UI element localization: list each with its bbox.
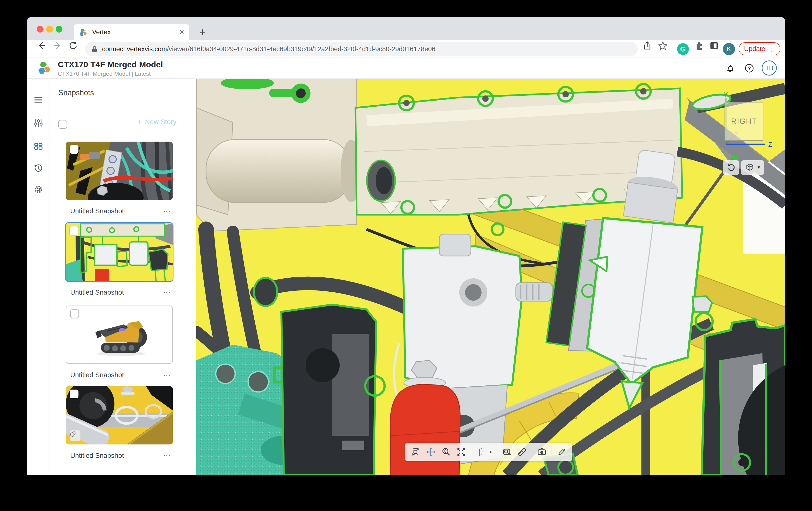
- snapshot-checkbox[interactable]: [70, 145, 79, 154]
- user-avatar[interactable]: TB: [762, 60, 777, 76]
- snapshots-panel: Snapshots + New Story: [50, 79, 196, 475]
- menu-icon[interactable]: [33, 95, 43, 105]
- snapshot-card[interactable]: Untitled Snapshot ⋯: [66, 142, 180, 215]
- measure-tape-tool-icon[interactable]: [501, 446, 512, 457]
- settings-gear-icon[interactable]: [33, 185, 43, 194]
- scene-view-badge: [70, 430, 80, 441]
- browser-toolbar: connect.vertexvis.com/viewer/616f0a34-00…: [27, 40, 785, 58]
- snapshot-title: Untitled Snapshot: [66, 289, 163, 296]
- lock-icon: [91, 45, 98, 53]
- close-tab-icon[interactable]: ✕: [179, 28, 184, 36]
- side-panel-icon[interactable]: [709, 40, 719, 51]
- snapshot-title: Untitled Snapshot: [66, 371, 163, 379]
- back-icon[interactable]: [36, 40, 47, 51]
- snapshot-thumbnail[interactable]: [66, 305, 173, 364]
- view-cube-face[interactable]: RIGHT: [725, 102, 763, 141]
- snapshot-title: Untitled Snapshot: [66, 452, 163, 459]
- rotate-ccw-icon: [726, 163, 736, 173]
- svg-text:?: ?: [748, 65, 751, 71]
- plus-icon: +: [137, 117, 142, 126]
- left-nav-rail: [27, 79, 50, 475]
- markup-pencil-icon[interactable]: [556, 446, 567, 457]
- close-window-button[interactable]: [37, 26, 44, 33]
- cube-icon: [745, 162, 755, 173]
- new-tab-button[interactable]: +: [195, 24, 210, 40]
- snapshot-card[interactable]: Untitled Snapshot ⋯: [66, 305, 180, 379]
- snapshot-card[interactable]: Untitled Snapshot ⋯: [66, 386, 180, 460]
- grammarly-extension-icon[interactable]: G: [677, 43, 689, 55]
- vertex-logo: [36, 60, 52, 76]
- more-options-icon[interactable]: ⋯: [163, 207, 173, 215]
- section-plane-tool-icon[interactable]: [475, 446, 486, 457]
- history-icon[interactable]: [33, 163, 43, 173]
- select-all-checkbox[interactable]: [58, 120, 67, 129]
- address-bar[interactable]: connect.vertexvis.com/viewer/616f0a34-00…: [85, 42, 638, 56]
- more-options-icon[interactable]: ⋯: [163, 288, 173, 297]
- toolbar-divider: [471, 447, 471, 457]
- snapshot-title: Untitled Snapshot: [66, 207, 163, 215]
- share-icon[interactable]: [642, 40, 652, 51]
- model-viewport[interactable]: Y Z X RIGHT ▼: [196, 79, 785, 475]
- axis-z-label: Z: [768, 141, 772, 148]
- extensions-puzzle-icon[interactable]: [694, 40, 704, 51]
- toolbar-divider: [552, 447, 552, 457]
- snapshot-checkbox[interactable]: [70, 309, 79, 318]
- vertex-favicon: [79, 28, 87, 36]
- engine-front-assembly[interactable]: [196, 79, 362, 231]
- viewer-toolbar: ▲: [405, 443, 572, 461]
- update-label: Update: [744, 45, 765, 53]
- snapshots-grid-icon[interactable]: [33, 141, 43, 151]
- browser-tab[interactable]: Vertex ✕: [74, 24, 189, 40]
- chrome-update-button[interactable]: Update ⋮: [738, 42, 780, 55]
- sectioned-housing[interactable]: [274, 305, 376, 475]
- help-icon[interactable]: ?: [744, 63, 755, 74]
- ruler-tool-icon[interactable]: [517, 446, 527, 457]
- tab-strip: Vertex ✕ +: [27, 17, 785, 40]
- view-cube-menu-button[interactable]: ▼: [741, 160, 764, 175]
- snapshot-checkbox[interactable]: [70, 390, 79, 398]
- toolbar-divider: [497, 447, 497, 457]
- url-domain: connect.vertexvis.com: [102, 46, 167, 53]
- fit-to-view-icon[interactable]: [456, 446, 466, 457]
- new-story-label: New Story: [145, 118, 176, 126]
- 3d-model-render[interactable]: [196, 79, 785, 475]
- reload-icon[interactable]: [68, 40, 79, 51]
- bookmark-star-icon[interactable]: [658, 40, 668, 51]
- more-options-icon[interactable]: ⋯: [163, 371, 173, 379]
- flywheel-housing-part[interactable]: [702, 319, 785, 475]
- tab-title: Vertex: [92, 28, 179, 36]
- page-title: CTX170 T4F Merged Model: [58, 60, 163, 69]
- section-dropdown-icon[interactable]: ▲: [489, 450, 493, 454]
- snapshot-card-selected[interactable]: Untitled Snapshot ⋯: [66, 223, 180, 297]
- snapshot-checkbox[interactable]: [70, 227, 79, 235]
- browser-profile-avatar[interactable]: K: [723, 43, 735, 55]
- axis-y-label: Y: [724, 92, 728, 98]
- minimize-window-button[interactable]: [46, 26, 53, 33]
- notifications-bell-icon[interactable]: [725, 63, 736, 74]
- more-options-icon[interactable]: ⋯: [163, 451, 173, 460]
- panel-title: Snapshots: [58, 88, 94, 97]
- url-path: /viewer/616f0a34-0029-471c-8d31-4ec69b31…: [167, 46, 435, 53]
- browser-window: Vertex ✕ + connect.vertexvis.com/viewer/…: [27, 17, 785, 475]
- dropdown-caret-icon[interactable]: ▼: [757, 165, 761, 170]
- orbit-tool-icon[interactable]: [410, 446, 421, 457]
- snapshot-camera-icon[interactable]: [536, 446, 547, 457]
- kebab-menu-icon[interactable]: ⋮: [769, 45, 775, 53]
- toolbar-divider: [532, 447, 532, 457]
- divider: [50, 139, 196, 140]
- forward-icon[interactable]: [52, 40, 63, 51]
- reset-rotation-button[interactable]: [723, 160, 739, 175]
- page-subtitle: CTX170 T4F Merged Model | Latest: [58, 70, 151, 77]
- zoom-tool-icon[interactable]: [440, 446, 452, 457]
- snapshot-thumbnail[interactable]: [66, 142, 173, 200]
- new-story-button[interactable]: + New Story: [137, 117, 190, 126]
- orientation-widget[interactable]: Y Z X RIGHT: [714, 92, 784, 151]
- snapshot-thumbnail[interactable]: [66, 386, 173, 445]
- snapshot-thumbnail[interactable]: [66, 223, 173, 281]
- app-header: CTX170 T4F Merged Model CTX170 T4F Merge…: [27, 58, 785, 79]
- filters-sliders-icon[interactable]: [33, 118, 43, 128]
- zoom-window-button[interactable]: [56, 26, 62, 33]
- pan-tool-icon[interactable]: [425, 446, 436, 457]
